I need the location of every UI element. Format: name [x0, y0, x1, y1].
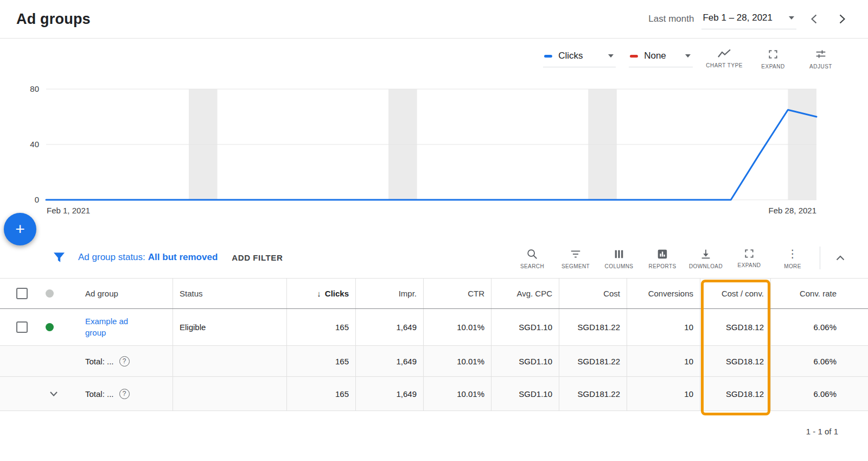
column-header-impr[interactable]: Impr. — [355, 279, 423, 308]
pagination-status: 1 - 1 of 1 — [806, 427, 838, 436]
cost-per-conv-cell: SGD18.12 — [700, 346, 770, 376]
header-checkbox-cell — [0, 279, 38, 308]
column-header-clicks[interactable]: ↓ Clicks — [286, 279, 355, 308]
download-button[interactable]: DOWNLOAD — [684, 246, 727, 269]
expand-table-button[interactable]: EXPAND — [727, 246, 771, 268]
chevron-left-icon — [811, 14, 817, 24]
date-controls: Last month Feb 1 – 28, 2021 — [648, 9, 852, 29]
ad-group-link[interactable]: Example ad group — [85, 316, 146, 338]
chevron-right-icon — [839, 14, 845, 24]
caret-down-icon — [789, 16, 794, 20]
collapse-icon — [836, 255, 845, 261]
header-status-dot-cell — [38, 279, 79, 308]
y-axis-tick: 40 — [15, 140, 39, 149]
line-chart-canvas — [46, 89, 816, 200]
chart-controls: Clicks None CHART TYPE EXPAND — [543, 47, 838, 70]
help-icon[interactable]: ? — [119, 389, 130, 399]
impr-cell: 1,649 — [355, 377, 423, 411]
page-title: Ad groups — [16, 11, 91, 28]
collapse-panel-button[interactable] — [829, 247, 852, 269]
sort-descending-icon: ↓ — [317, 289, 321, 298]
clicks-cell: 165 — [286, 377, 355, 411]
conv-rate-cell: 6.06% — [770, 377, 868, 411]
search-button[interactable]: SEARCH — [510, 246, 554, 269]
clicks-cell: 165 — [286, 309, 355, 345]
x-axis-start-label: Feb 1, 2021 — [47, 206, 90, 215]
y-axis-tick: 0 — [15, 195, 39, 204]
total-label: Total: ... — [85, 389, 114, 399]
plus-icon: + — [15, 221, 25, 237]
clicks-line-chart — [46, 89, 816, 200]
column-header-cost-per-conv[interactable]: Cost / conv. — [700, 279, 770, 308]
conversions-cell: 10 — [627, 309, 700, 345]
column-header-ad-group[interactable]: Ad group — [79, 279, 173, 308]
total-label-cell: Total: ... ? — [79, 377, 173, 411]
date-range-selector[interactable]: Feb 1 – 28, 2021 — [701, 9, 796, 29]
chart-type-icon — [718, 49, 731, 59]
caret-down-icon — [685, 54, 691, 58]
ctr-cell: 10.01% — [423, 346, 491, 376]
conversions-cell: 10 — [627, 346, 700, 376]
impr-cell: 1,649 — [355, 309, 423, 345]
status-dot-icon — [46, 289, 54, 298]
conversions-cell: 10 — [627, 377, 700, 411]
expand-icon — [744, 248, 755, 259]
reports-button[interactable]: REPORTS — [641, 246, 684, 269]
column-header-status[interactable]: Status — [173, 279, 286, 308]
conv-rate-cell: 6.06% — [770, 346, 868, 376]
row-checkbox[interactable] — [16, 321, 28, 333]
cost-cell: SGD181.22 — [559, 309, 627, 345]
segment-icon — [570, 248, 582, 260]
page-header: Ad groups Last month Feb 1 – 28, 2021 — [0, 0, 868, 39]
avg-cpc-cell: SGD1.10 — [491, 309, 559, 345]
ad-groups-table: Ad group Status ↓ Clicks Impr. CTR Avg. … — [0, 278, 868, 411]
chart-series-2-selector[interactable]: None — [629, 47, 693, 67]
help-icon[interactable]: ? — [119, 356, 130, 367]
table-header-row: Ad group Status ↓ Clicks Impr. CTR Avg. … — [0, 278, 868, 309]
select-all-checkbox[interactable] — [16, 288, 28, 299]
column-header-ctr[interactable]: CTR — [423, 279, 491, 308]
total-row: Total: ... ? 165 1,649 10.01% SGD1.10 SG… — [0, 377, 868, 411]
ctr-cell: 10.01% — [423, 377, 491, 411]
adjust-icon — [815, 49, 826, 60]
avg-cpc-cell: SGD1.10 — [491, 346, 559, 376]
chart-adjust-button[interactable]: ADJUST — [803, 47, 838, 70]
total-row: Total: ... ? 165 1,649 10.01% SGD1.10 SG… — [0, 346, 868, 377]
chart-expand-button[interactable]: EXPAND — [756, 47, 790, 70]
series-2-color-swatch — [630, 55, 638, 58]
add-filter-button[interactable]: ADD FILTER — [232, 253, 283, 262]
row-checkbox-cell — [0, 309, 38, 345]
download-icon — [700, 248, 712, 260]
column-header-conv-rate[interactable]: Conv. rate — [770, 279, 868, 308]
toolbar-divider — [820, 247, 820, 269]
row-status-dot-cell — [38, 309, 79, 345]
filter-toolbar: Ad group status:All but removed ADD FILT… — [0, 237, 868, 278]
search-icon — [526, 248, 538, 260]
ad-group-cell: Example ad group — [79, 309, 173, 345]
segment-button[interactable]: SEGMENT — [554, 246, 597, 269]
enabled-status-dot-icon — [46, 323, 54, 331]
column-header-conversions[interactable]: Conversions — [627, 279, 700, 308]
add-ad-group-button[interactable]: + — [4, 213, 36, 245]
avg-cpc-cell: SGD1.10 — [491, 377, 559, 411]
columns-button[interactable]: COLUMNS — [597, 246, 641, 269]
previous-period-button[interactable] — [804, 9, 824, 29]
table-tools: SEARCH SEGMENT COLUMNS REPORTS DOWNLOAD — [510, 246, 814, 269]
total-label: Total: ... — [85, 357, 114, 366]
next-period-button[interactable] — [832, 9, 852, 29]
funnel-icon — [53, 252, 65, 263]
more-button[interactable]: ⋮ MORE — [771, 246, 814, 269]
chevron-down-icon — [50, 391, 58, 396]
ad-group-status-filter-chip[interactable]: Ad group status:All but removed — [78, 252, 218, 263]
chart-series-1-selector[interactable]: Clicks — [543, 47, 616, 67]
filter-value: All but removed — [148, 252, 218, 262]
column-header-cost[interactable]: Cost — [559, 279, 627, 308]
cost-cell: SGD181.22 — [559, 377, 627, 411]
expand-icon — [768, 49, 778, 60]
y-axis-tick: 80 — [15, 84, 39, 93]
column-header-avg-cpc[interactable]: Avg. CPC — [491, 279, 559, 308]
chart-type-button[interactable]: CHART TYPE — [706, 47, 743, 68]
expand-totals-button[interactable] — [48, 389, 60, 399]
cost-per-conv-cell: SGD18.12 — [700, 377, 770, 411]
date-range-preset-label: Last month — [648, 14, 694, 24]
